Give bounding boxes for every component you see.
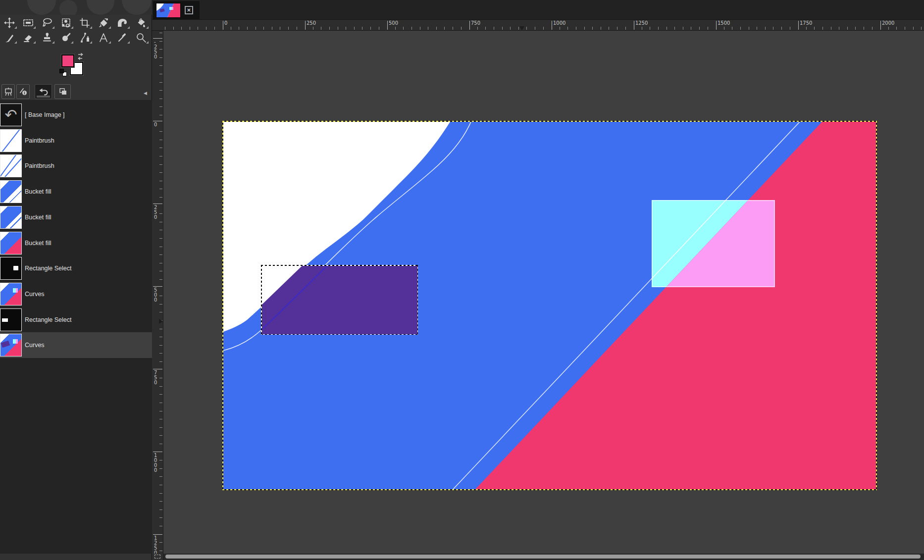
layer-boundary-left: [222, 121, 223, 490]
undo-history-item[interactable]: Bucket fill: [0, 204, 152, 230]
undo-history-item[interactable]: Rectangle Select: [0, 255, 152, 281]
image-tab-bar: ✕: [152, 0, 924, 20]
ruler-label: 5 0 0: [154, 288, 157, 303]
quick-mask-icon: [154, 555, 160, 559]
ruler-label: 1 0 0 0: [154, 453, 157, 473]
ruler-label: 500: [389, 20, 398, 26]
tab-undo-history[interactable]: [35, 84, 52, 99]
undo-item-label: Bucket fill: [25, 214, 51, 221]
undo-history-item[interactable]: Curves: [0, 281, 152, 307]
paths-tool-icon[interactable]: [76, 30, 93, 45]
undo-item-label: Rectangle Select: [25, 316, 72, 323]
move-tool-icon[interactable]: [0, 15, 18, 30]
undo-item-label: Paintbrush: [25, 162, 54, 169]
ruler-label: 1000: [553, 20, 565, 26]
undo-item-label: Paintbrush: [25, 137, 54, 144]
layer-boundary-bottom: [222, 489, 877, 490]
canvas-artwork: [223, 122, 876, 489]
ruler-label: 250: [307, 20, 316, 26]
bottom-strip: [152, 554, 924, 560]
select-by-color-tool-icon[interactable]: [57, 15, 74, 30]
tab-device-status[interactable]: [16, 84, 30, 99]
ruler-label: 750: [471, 20, 480, 26]
crop-tool-icon[interactable]: [76, 15, 93, 30]
ruler-pointer-marker-v: [159, 319, 163, 324]
undo-item-label: Bucket fill: [25, 188, 51, 195]
ruler-label: - 2 5 0: [154, 40, 157, 59]
undo-arrow-icon: ↶: [0, 104, 21, 126]
paintbrush-tool-icon[interactable]: [0, 30, 18, 45]
vertical-ruler[interactable]: - 2 5 002 5 05 0 07 5 01 0 0 01 2 5 0: [152, 31, 163, 554]
bucket-fill-tool-icon[interactable]: [132, 15, 150, 30]
canvas-image[interactable]: [223, 122, 876, 489]
undo-item-label: [ Base Image ]: [25, 111, 65, 118]
tab-tool-options[interactable]: [1, 84, 15, 99]
clone-tool-icon[interactable]: [38, 30, 55, 45]
undo-history-item[interactable]: Bucket fill: [0, 179, 152, 204]
ruler-label: 2 5 0: [154, 205, 157, 220]
unified-transform-tool-icon[interactable]: [95, 15, 112, 30]
ruler-label: 1750: [800, 20, 812, 26]
foreground-color-swatch[interactable]: [61, 54, 74, 67]
undo-history-item[interactable]: Paintbrush: [0, 153, 152, 179]
ruler-label: 7 5 0: [154, 370, 157, 385]
zoom-tool-icon[interactable]: [132, 30, 150, 45]
horizontal-scrollbar[interactable]: [165, 555, 921, 559]
undo-thumbnail: [0, 232, 22, 255]
undo-thumbnail: [0, 308, 22, 331]
undo-thumbnail: [0, 129, 22, 152]
ruler-label: 0: [154, 122, 157, 127]
text-tool-icon[interactable]: [95, 30, 112, 45]
image-tab-thumbnail: [156, 3, 180, 17]
layer-boundary-right: [876, 121, 877, 490]
undo-item-label: Bucket fill: [25, 240, 51, 247]
ruler-label: 0: [224, 20, 227, 26]
dock-tab-bar: [0, 83, 152, 100]
undo-thumbnail: [0, 180, 22, 203]
color-picker-tool-icon[interactable]: [113, 30, 131, 45]
undo-history-item[interactable]: Paintbrush: [0, 128, 152, 153]
undo-thumbnail: [0, 154, 22, 177]
undo-thumbnail: [0, 257, 22, 280]
undo-thumbnail: [0, 334, 22, 356]
undo-history-panel: ↶ [ Base Image ] Paintbrush Paintbrush B…: [0, 100, 152, 554]
undo-item-label: Curves: [25, 342, 45, 349]
dock-menu-button[interactable]: ◀: [142, 90, 149, 97]
image-tab[interactable]: ✕: [153, 1, 200, 19]
undo-item-label: Curves: [25, 291, 45, 298]
undo-thumbnail: [0, 283, 22, 305]
tab-images[interactable]: [54, 84, 71, 99]
free-select-tool-icon[interactable]: [38, 15, 55, 30]
left-dock: ◀ ↶ [ Base Image ] Paintbrush Paintbrush…: [0, 0, 152, 560]
undo-history-item[interactable]: Rectangle Select: [0, 307, 152, 333]
undo-thumbnail: ↶: [0, 103, 22, 126]
warp-transform-tool-icon[interactable]: [113, 15, 131, 30]
rectangle-select-tool-icon[interactable]: [19, 15, 37, 30]
default-colors-icon[interactable]: [59, 69, 67, 76]
ruler-label: 2000: [882, 20, 894, 26]
ruler-label: 1 2 5 0: [154, 536, 157, 556]
undo-thumbnail: [0, 206, 22, 229]
layer-boundary-top: [222, 121, 877, 122]
undo-history-item[interactable]: Curves: [0, 332, 152, 358]
smudge-tool-icon[interactable]: [57, 30, 74, 45]
wilber-decoration: [0, 0, 152, 15]
horizontal-ruler[interactable]: 025050075010001250150017502000: [152, 20, 924, 31]
ruler-label: 1500: [718, 20, 730, 26]
undo-item-label: Rectangle Select: [25, 265, 72, 272]
eraser-tool-icon[interactable]: [19, 30, 37, 45]
ruler-label: 1250: [635, 20, 648, 26]
close-tab-icon[interactable]: ✕: [185, 6, 193, 14]
undo-history-item[interactable]: Bucket fill: [0, 230, 152, 256]
undo-history-item[interactable]: ↶ [ Base Image ]: [0, 102, 152, 128]
ruler-pointer-marker-h: [519, 26, 524, 30]
swap-colors-icon[interactable]: [77, 52, 85, 60]
quick-mask-toggle[interactable]: [152, 554, 163, 560]
